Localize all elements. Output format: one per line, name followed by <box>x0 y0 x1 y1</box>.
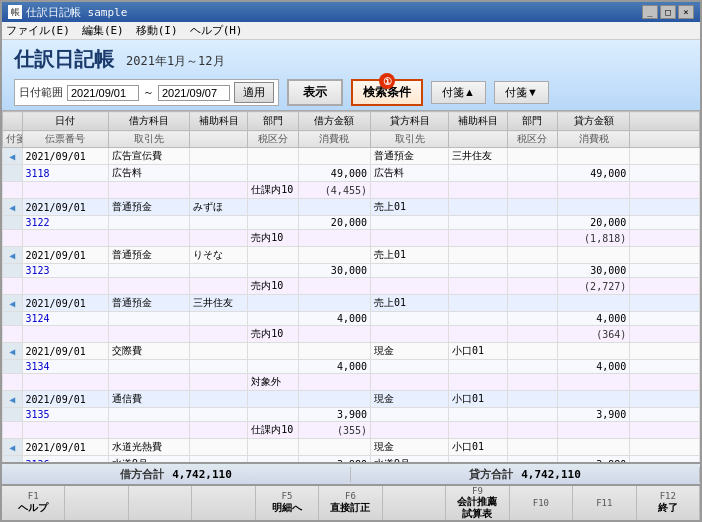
table-row[interactable]: ◀ 2021/09/01 普通預金 みずほ 売上01 <box>3 199 700 216</box>
cell-denno: 3123 <box>22 264 108 278</box>
cell-debit-hoka2 <box>189 216 248 230</box>
cell-credit-amount2: 49,000 <box>557 165 629 182</box>
cell-debit-hoka <box>189 439 248 456</box>
date-label: 日付範囲 <box>19 85 63 100</box>
cell-debit-kamoku2 <box>108 264 189 278</box>
cell-credit-bumon <box>507 439 557 456</box>
menu-file[interactable]: ファイル(E) <box>6 23 70 38</box>
cell-tax-mark <box>3 422 23 439</box>
menu-move[interactable]: 移動(I) <box>136 23 178 38</box>
prev-page-button[interactable]: 付箋▲ <box>431 81 486 104</box>
table-row[interactable]: 3118 広告料 49,000 広告料 49,000 <box>3 165 700 182</box>
cell-debit-amount2: 49,000 <box>298 165 370 182</box>
cell-tax-amount-right: (1,818) <box>557 230 629 247</box>
cell-credit-kamoku: 現金 <box>370 343 448 360</box>
col-debit-hoka: 補助科目 <box>189 112 248 131</box>
table-row[interactable]: 3122 20,000 20,000 <box>3 216 700 230</box>
cell-tax-denno <box>22 182 108 199</box>
row-marker <box>3 312 23 326</box>
app-icon: 帳 <box>8 5 22 19</box>
fkey-f1[interactable]: F1 ヘルプ <box>2 486 65 520</box>
cell-credit-amount <box>557 439 629 456</box>
date-to-input[interactable] <box>158 85 230 101</box>
cell-scroll3 <box>630 374 700 391</box>
fkey-f11[interactable]: F11 <box>573 486 636 520</box>
fkey-f1-num: F1 <box>28 491 39 501</box>
fkey-f11-num: F11 <box>596 498 612 508</box>
cell-debit-amount2: 3,900 <box>298 408 370 422</box>
apply-button[interactable]: 適用 <box>234 82 274 103</box>
cell-credit-kamoku2 <box>370 264 448 278</box>
table-row: 対象外 <box>3 374 700 391</box>
table-row[interactable]: 3124 4,000 4,000 <box>3 312 700 326</box>
cell-tax-hoka <box>189 374 248 391</box>
table-row: 仕課内10 (355) <box>3 422 700 439</box>
menu-help[interactable]: ヘルプ(H) <box>190 23 243 38</box>
cell-tax-empty <box>370 374 448 391</box>
fkey-f12[interactable]: F12 終了 <box>637 486 700 520</box>
cell-credit-hoka: 小口01 <box>449 439 508 456</box>
cell-date: 2021/09/01 <box>22 391 108 408</box>
search-button[interactable]: ① 検索条件 <box>351 79 423 106</box>
cell-tax-empty <box>370 182 448 199</box>
cell-debit-kamoku2 <box>108 312 189 326</box>
row-marker: ◀ <box>3 439 23 456</box>
menu-bar: ファイル(E) 編集(E) 移動(I) ヘルプ(H) <box>2 22 700 40</box>
table-row[interactable]: ◀ 2021/09/01 通信費 現金 小口01 <box>3 391 700 408</box>
cell-credit-amount2: 4,000 <box>557 312 629 326</box>
fkey-empty3 <box>192 486 255 520</box>
cell-debit-amount2: 20,000 <box>298 216 370 230</box>
cell-debit-kamoku2: 広告料 <box>108 165 189 182</box>
credit-total-value: 4,742,110 <box>521 468 581 481</box>
minimize-button[interactable]: _ <box>642 5 658 19</box>
date-separator: ～ <box>143 85 154 100</box>
cell-credit-kamoku: 売上01 <box>370 199 448 216</box>
date-from-input[interactable] <box>67 85 139 101</box>
display-button[interactable]: 表示 <box>287 79 343 106</box>
col-credit-amount: 貸方金額 <box>557 112 629 131</box>
cell-debit-hoka: 三井住友 <box>189 295 248 312</box>
fkey-empty4 <box>383 486 446 520</box>
table-row: 売内10 (1,818) <box>3 230 700 247</box>
cell-debit-hoka2 <box>189 165 248 182</box>
next-page-button[interactable]: 付箋▼ <box>494 81 549 104</box>
table-row[interactable]: 3123 30,000 30,000 <box>3 264 700 278</box>
cell-scroll3 <box>630 278 700 295</box>
credit-total-label: 貸方合計 <box>469 467 513 482</box>
cell-debit-kamoku2 <box>108 408 189 422</box>
cell-debit-amount <box>298 247 370 264</box>
cell-scroll2 <box>630 165 700 182</box>
cell-credit-hoka2 <box>449 360 508 374</box>
cell-tax-empty3 <box>507 278 557 295</box>
cell-tax-label <box>108 278 189 295</box>
cell-credit-kamoku2: 広告料 <box>370 165 448 182</box>
table-row[interactable]: ◀ 2021/09/01 普通預金 三井住友 売上01 <box>3 295 700 312</box>
fkey-f10[interactable]: F10 <box>510 486 573 520</box>
cell-credit-kamoku: 売上01 <box>370 295 448 312</box>
cell-date: 2021/09/01 <box>22 439 108 456</box>
cell-date: 2021/09/01 <box>22 247 108 264</box>
cell-credit-hoka2 <box>449 264 508 278</box>
fkey-f6[interactable]: F6 直接訂正 <box>319 486 382 520</box>
fkey-f1-label: ヘルプ <box>18 501 48 515</box>
table-row[interactable]: ◀ 2021/09/01 普通預金 りそな 売上01 <box>3 247 700 264</box>
fkey-f12-label: 終了 <box>658 501 678 515</box>
menu-edit[interactable]: 編集(E) <box>82 23 124 38</box>
fkey-f9[interactable]: F9 会計推薦試算表 <box>446 486 509 520</box>
cell-debit-bumon <box>248 439 298 456</box>
cell-date: 2021/09/01 <box>22 148 108 165</box>
cell-debit-kamoku: 交際費 <box>108 343 189 360</box>
fkey-f5[interactable]: F5 明細へ <box>256 486 319 520</box>
table-row[interactable]: 3135 3,900 3,900 <box>3 408 700 422</box>
table-row[interactable]: ◀ 2021/09/01 水道光熱費 現金 小口01 <box>3 439 700 456</box>
maximize-button[interactable]: □ <box>660 5 676 19</box>
close-button[interactable]: × <box>678 5 694 19</box>
cell-tax-bumon: 売内10 <box>248 230 298 247</box>
cell-debit-amount2: 4,000 <box>298 312 370 326</box>
table-row[interactable]: 3134 4,000 4,000 <box>3 360 700 374</box>
col-hoka2-right <box>449 131 508 148</box>
table-row: 売内10 (2,727) <box>3 278 700 295</box>
cell-debit-kamoku2 <box>108 360 189 374</box>
table-row[interactable]: ◀ 2021/09/01 広告宣伝費 普通預金 三井住友 <box>3 148 700 165</box>
table-row[interactable]: ◀ 2021/09/01 交際費 現金 小口01 <box>3 343 700 360</box>
